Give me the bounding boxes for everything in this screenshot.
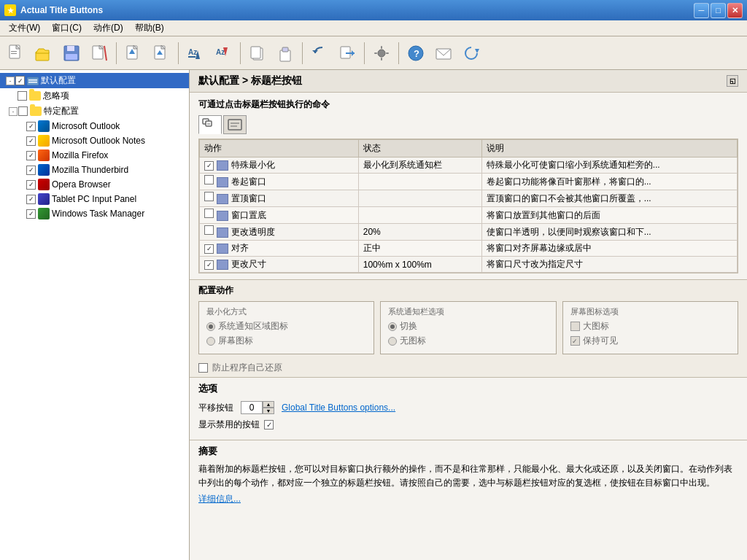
tree-checkbox-firefox[interactable] bbox=[26, 151, 36, 160]
options-section: 选项 平移按钮 ▲ ▼ Global Title Buttons options… bbox=[190, 377, 747, 440]
show-disabled-checkbox[interactable] bbox=[264, 420, 274, 429]
options-title: 选项 bbox=[198, 382, 738, 395]
tree-checkbox-skip[interactable] bbox=[18, 91, 27, 101]
thunderbird-label: Mozilla Thunderbird bbox=[52, 165, 128, 175]
systray-group-title: 系统通知栏选项 bbox=[388, 306, 548, 317]
tree-checkbox-thunderbird[interactable] bbox=[26, 166, 36, 175]
tree-checkbox-tablet[interactable] bbox=[26, 195, 36, 204]
toolbar-email-btn[interactable] bbox=[430, 40, 457, 66]
check-keep-visible: 保持可见 bbox=[570, 335, 730, 347]
tree-checkbox-outlook-notes[interactable] bbox=[26, 136, 36, 146]
toolbar-az2-btn[interactable]: Az bbox=[210, 40, 236, 66]
show-disabled-label: 显示禁用的按钮 bbox=[198, 419, 260, 431]
close-button[interactable]: ✕ bbox=[727, 3, 743, 18]
row-checkbox[interactable] bbox=[204, 175, 214, 184]
spinbox-up-btn[interactable]: ▲ bbox=[263, 401, 274, 408]
radio-screen-icon-circle[interactable] bbox=[206, 337, 215, 346]
sidebar-item-opera[interactable]: Opera Browser bbox=[0, 177, 189, 192]
summary-section: 摘要 藉着附加的标题栏按钮，您可以对目标窗口执行额外的操作，而不是和往常那样，只… bbox=[190, 440, 747, 510]
large-icon-checkbox[interactable] bbox=[570, 322, 580, 331]
tab-2[interactable] bbox=[223, 115, 247, 134]
cell-action: 更改透明度 bbox=[200, 224, 359, 241]
toolbar-export-btn[interactable] bbox=[334, 40, 360, 66]
tree-checkbox-outlook[interactable] bbox=[26, 122, 36, 131]
specific-label: 特定配置 bbox=[44, 105, 79, 117]
prevent-restore-checkbox[interactable] bbox=[198, 363, 208, 373]
commands-title: 可通过点击标题栏按钮执行的命令 bbox=[198, 98, 738, 111]
toolbar-refresh-btn[interactable] bbox=[458, 40, 484, 66]
toolbar-copy-btn[interactable] bbox=[244, 40, 271, 66]
tree-checkbox-opera[interactable] bbox=[26, 180, 36, 190]
toolbar-delete-btn[interactable] bbox=[86, 40, 112, 66]
content-area: 默认配置 > 标题栏按钮 ◱ 可通过点击标题栏按钮执行的命令 bbox=[190, 70, 747, 560]
minimize-button[interactable]: ─ bbox=[694, 3, 709, 18]
config-group-screen-options: 屏幕图标选项 大图标 保持可见 bbox=[562, 301, 738, 354]
sidebar-item-outlook[interactable]: Microsoft Outlook bbox=[0, 119, 189, 133]
row-checkbox[interactable] bbox=[204, 161, 214, 171]
toolbar-paste-btn[interactable] bbox=[272, 40, 298, 66]
toolbar-up-btn[interactable] bbox=[120, 40, 147, 66]
taskman-label: Windows Task Manager bbox=[52, 209, 144, 219]
row-checkbox[interactable] bbox=[204, 209, 214, 218]
tree-toggle-default[interactable]: - bbox=[6, 77, 15, 85]
toolbar-undo-btn[interactable] bbox=[306, 40, 333, 66]
radio-no-icon-label: 无图标 bbox=[400, 335, 426, 347]
menu-window[interactable]: 窗口(C) bbox=[46, 20, 88, 36]
breadcrumb-icon[interactable]: ◱ bbox=[727, 75, 738, 87]
svg-rect-27 bbox=[381, 46, 382, 49]
global-options-link[interactable]: Global Title Buttons options... bbox=[282, 402, 395, 413]
sidebar-item-tablet[interactable]: Tablet PC Input Panel bbox=[0, 192, 189, 206]
toolbar-sep-4 bbox=[302, 42, 303, 64]
tab-1[interactable] bbox=[198, 115, 222, 134]
row-checkbox[interactable] bbox=[204, 225, 214, 235]
sidebar-item-default-config[interactable]: - 默认配置 bbox=[0, 73, 189, 88]
table-row[interactable]: 对齐正中将窗口对齐屏幕边缘或居中 bbox=[200, 241, 738, 257]
svg-rect-5 bbox=[67, 46, 74, 51]
toolbar-open-btn[interactable] bbox=[31, 40, 57, 66]
table-row[interactable]: 窗口置底将窗口放置到其他窗口的后面 bbox=[200, 207, 738, 224]
radio-toggle-circle[interactable] bbox=[388, 322, 397, 331]
table-row[interactable]: 更改尺寸100%m x 100%m将窗口尺寸改为指定尺寸 bbox=[200, 257, 738, 273]
menu-help[interactable]: 帮助(B) bbox=[129, 20, 170, 36]
sidebar-item-firefox[interactable]: Mozilla Firefox bbox=[0, 148, 189, 163]
tree-toggle-specific[interactable]: - bbox=[9, 107, 18, 116]
row-checkbox[interactable] bbox=[204, 192, 214, 201]
table-row[interactable]: 更改透明度20%使窗口半透明，以便同时观察该窗口和下... bbox=[200, 224, 738, 241]
radio-no-icon-circle[interactable] bbox=[388, 337, 397, 346]
toolbar-new-btn[interactable] bbox=[3, 40, 29, 66]
tree-checkbox-default[interactable] bbox=[15, 76, 25, 85]
sidebar-item-skip[interactable]: 忽略项 bbox=[0, 88, 189, 104]
toolbar-az1-btn[interactable]: Az bbox=[182, 40, 209, 66]
radio-systray-label: 系统通知区域图标 bbox=[218, 320, 288, 332]
toolbar-settings-btn[interactable] bbox=[368, 40, 395, 66]
radio-systray-circle[interactable] bbox=[206, 322, 215, 331]
keep-visible-checkbox[interactable] bbox=[570, 336, 580, 346]
sidebar-item-outlook-notes[interactable]: Microsoft Outlook Notes bbox=[0, 133, 189, 148]
detail-link[interactable]: 详细信息... bbox=[198, 493, 738, 505]
sidebar-item-taskman[interactable]: Windows Task Manager bbox=[0, 206, 189, 221]
maximize-button[interactable]: □ bbox=[711, 3, 726, 18]
table-row[interactable]: 置顶窗口置顶窗口的窗口不会被其他窗口所覆盖，... bbox=[200, 190, 738, 207]
table-row[interactable]: 特殊最小化最小化到系统通知栏特殊最小化可使窗口缩小到系统通知栏旁的... bbox=[200, 158, 738, 174]
svg-text:?: ? bbox=[414, 48, 419, 59]
row-checkbox[interactable] bbox=[204, 260, 214, 270]
table-row[interactable]: 更改程序优先级普通更改窗口所属程序的执行优先级 bbox=[200, 273, 738, 274]
sidebar-item-thunderbird[interactable]: Mozilla Thunderbird bbox=[0, 163, 189, 177]
tree-checkbox-specific[interactable] bbox=[18, 106, 28, 116]
pan-button-label: 平移按钮 bbox=[198, 402, 233, 414]
menu-action[interactable]: 动作(D) bbox=[88, 20, 129, 36]
toolbar-down-btn[interactable] bbox=[148, 40, 174, 66]
outlook-icon bbox=[38, 120, 50, 132]
menu-file[interactable]: 文件(W) bbox=[3, 20, 46, 36]
spinbox-down-btn[interactable]: ▼ bbox=[263, 408, 274, 414]
col-desc: 说明 bbox=[481, 140, 737, 158]
toolbar-help-btn[interactable]: ? bbox=[403, 40, 429, 66]
prevent-restore-label: 防止程序自己还原 bbox=[212, 362, 282, 374]
table-row[interactable]: 卷起窗口卷起窗口功能将像百叶窗那样，将窗口的... bbox=[200, 174, 738, 190]
row-checkbox[interactable] bbox=[204, 244, 214, 254]
toolbar-save-btn[interactable] bbox=[58, 40, 85, 66]
sidebar-item-specific[interactable]: - 特定配置 bbox=[0, 104, 189, 119]
action-label: 特殊最小化 bbox=[231, 160, 275, 170]
tree-checkbox-taskman[interactable] bbox=[26, 209, 36, 219]
pan-button-input[interactable] bbox=[241, 401, 263, 414]
